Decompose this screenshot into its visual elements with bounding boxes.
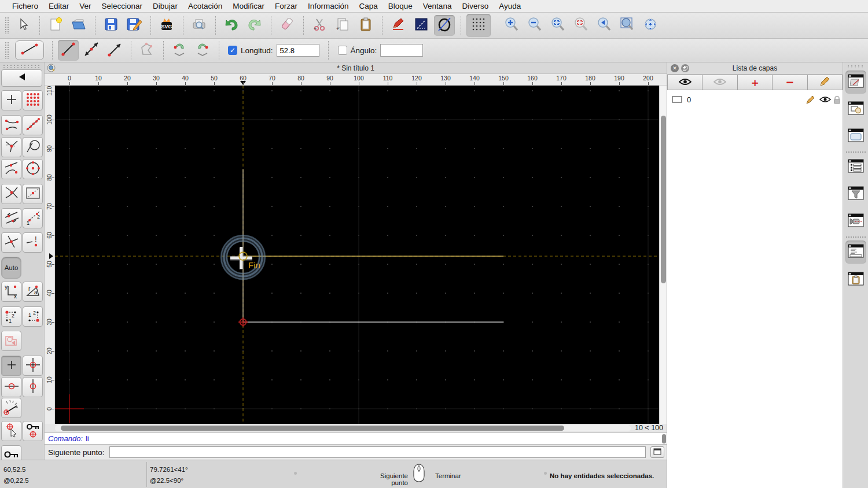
cut-button[interactable]: + xyxy=(309,15,330,36)
layer-edit-icon[interactable] xyxy=(806,95,815,104)
layer-lock-icon[interactable] xyxy=(833,95,841,104)
zoom-previous-button[interactable] xyxy=(594,15,615,36)
palette-drag-handle[interactable] xyxy=(2,64,39,68)
pen-edit-button[interactable] xyxy=(388,15,409,36)
lock-relative-zero-button[interactable] xyxy=(23,421,43,441)
library-browser-dock-button[interactable] xyxy=(845,125,866,148)
pen-wizard-dock-button[interactable] xyxy=(845,210,866,233)
menu-item-acotación[interactable]: Acotación xyxy=(183,0,227,13)
restrict-horizontal-button[interactable] xyxy=(1,377,21,397)
grid-toggle-button[interactable] xyxy=(466,14,491,37)
restrict-nothing-button[interactable] xyxy=(1,356,21,376)
menu-item-modificar[interactable]: Modificar xyxy=(227,0,270,13)
layer-row[interactable]: 0 xyxy=(667,94,843,105)
restrict-vertical-button[interactable] xyxy=(23,377,43,397)
remove-layer-button[interactable]: − xyxy=(773,75,807,90)
menu-item-información[interactable]: Información xyxy=(303,0,354,13)
line-properties-button[interactable] xyxy=(411,15,432,36)
coord-polar-button[interactable]: ra xyxy=(23,282,43,302)
open-file-button[interactable] xyxy=(68,15,89,36)
save-as-button[interactable] xyxy=(124,15,145,36)
select-cursor-button[interactable] xyxy=(13,15,34,36)
save-button[interactable] xyxy=(101,15,122,36)
command-detach-button[interactable] xyxy=(650,446,664,458)
set-relative-angle-button[interactable] xyxy=(1,398,21,418)
paste-button[interactable] xyxy=(355,15,376,36)
intersection-x-button[interactable] xyxy=(1,232,21,253)
layer-list-dock-button[interactable] xyxy=(845,71,866,94)
snap-center-button[interactable] xyxy=(23,159,43,179)
command-widget-dock-button[interactable] xyxy=(845,241,866,264)
set-relative-zero-button[interactable] xyxy=(1,421,21,441)
line-ray-button[interactable] xyxy=(104,40,125,61)
zoom-in-button[interactable] xyxy=(501,15,522,36)
snap-endpoints-button[interactable] xyxy=(1,115,21,135)
menu-item-ver[interactable]: Ver xyxy=(74,0,96,13)
edit-layer-button[interactable] xyxy=(808,75,843,90)
draw-circle-slash-button[interactable] xyxy=(434,15,455,36)
corner-ordered-12-button[interactable]: 12 xyxy=(1,306,21,327)
drawing-window-titlebar[interactable]: * Sin título 1 xyxy=(45,62,667,74)
menu-item-seleccionar[interactable]: Seleccionar xyxy=(97,0,148,13)
menu-item-dibujar[interactable]: Dibujar xyxy=(148,0,183,13)
copy-button[interactable]: + xyxy=(332,15,353,36)
undo-button[interactable] xyxy=(221,15,242,36)
angle-input[interactable] xyxy=(380,44,423,57)
undo-segment-button[interactable] xyxy=(169,40,190,61)
drawing-canvas[interactable]: Fin xyxy=(55,86,659,424)
menu-item-capa[interactable]: Capa xyxy=(354,0,383,13)
redo-segment-button[interactable] xyxy=(192,40,213,61)
new-document-button[interactable] xyxy=(45,15,66,36)
snap-distance-button[interactable]: 12 xyxy=(23,208,43,228)
zoom-pan-button[interactable] xyxy=(640,15,661,36)
menu-item-ayuda[interactable]: Ayuda xyxy=(494,0,526,13)
dock-drag-handle[interactable] xyxy=(847,65,865,68)
filter-dock-button[interactable] xyxy=(845,183,866,206)
zoom-auto-button[interactable] xyxy=(547,15,568,36)
delete-button[interactable] xyxy=(277,15,297,36)
intersection-manual-button[interactable]: ! xyxy=(23,232,43,253)
snap-tangent-button[interactable] xyxy=(23,137,43,157)
menu-item-forzar[interactable]: Forzar xyxy=(270,0,303,13)
current-tool-button[interactable] xyxy=(15,40,44,60)
entity-list-dock-button[interactable] xyxy=(845,156,866,179)
snap-grid-button[interactable] xyxy=(23,90,43,110)
show-all-layers-button[interactable] xyxy=(667,75,703,90)
canvas-vertical-scrollbar[interactable] xyxy=(659,86,667,424)
snap-intersection-button[interactable] xyxy=(1,184,21,204)
snap-parallel-button[interactable] xyxy=(1,208,21,228)
coord-cartesian-button[interactable]: yx xyxy=(1,282,21,302)
snap-on-entity-button[interactable] xyxy=(23,115,43,135)
menu-item-editar[interactable]: Editar xyxy=(43,0,74,13)
block-list-dock-button[interactable] xyxy=(845,98,866,121)
snap-nearest-button[interactable] xyxy=(1,159,21,179)
menu-item-bloque[interactable]: Bloque xyxy=(383,0,418,13)
command-history[interactable]: Comando: li xyxy=(45,432,667,445)
zoom-redraw-button[interactable] xyxy=(571,15,591,36)
command-history-scrollbar[interactable] xyxy=(662,434,666,443)
snap-middle-button[interactable] xyxy=(1,137,21,157)
angle-checkbox[interactable] xyxy=(338,46,347,55)
print-preview-button[interactable] xyxy=(189,15,209,36)
menu-item-diverso[interactable]: Diverso xyxy=(457,0,494,13)
vertical-scrollbar-thumb[interactable] xyxy=(661,116,666,283)
zoom-out-button[interactable] xyxy=(524,15,545,36)
line-segment-mode-button[interactable] xyxy=(58,40,79,61)
palette-back-button[interactable] xyxy=(1,69,42,87)
length-checkbox[interactable]: ✓ xyxy=(228,46,237,55)
toolbar-drag-handle[interactable] xyxy=(5,42,9,59)
action-stamp-button[interactable] xyxy=(1,331,21,351)
snap-free-button[interactable] xyxy=(1,90,21,110)
corner-ordered-21-button[interactable]: 12 xyxy=(23,306,43,327)
layer-visible-icon[interactable] xyxy=(819,96,831,103)
zoom-window-button[interactable] xyxy=(617,15,638,36)
hide-all-layers-button[interactable] xyxy=(703,75,737,90)
clipboard-dock-button[interactable] xyxy=(845,268,866,291)
horizontal-scrollbar-thumb[interactable] xyxy=(61,426,564,431)
restrict-box-button[interactable] xyxy=(23,184,43,204)
line-both-directions-button[interactable] xyxy=(81,40,102,61)
add-layer-button[interactable]: ＋ xyxy=(738,75,773,90)
canvas-horizontal-scrollbar[interactable] xyxy=(55,425,631,431)
command-input[interactable] xyxy=(109,446,646,458)
length-input[interactable] xyxy=(277,44,319,57)
